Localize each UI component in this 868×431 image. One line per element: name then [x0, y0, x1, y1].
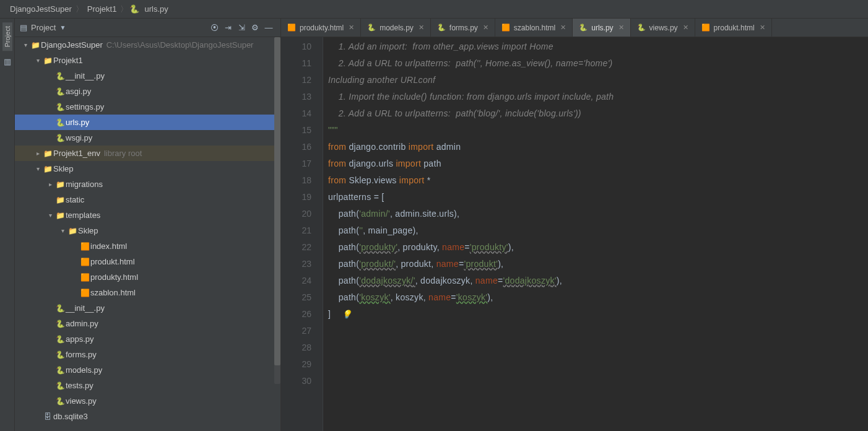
- tree-node[interactable]: 🐍urls.py: [15, 115, 280, 130]
- project-tree[interactable]: ▾📁DjangoJestSuperC:\Users\Asus\Desktop\D…: [15, 37, 280, 431]
- expand-arrow[interactable]: ▾: [58, 227, 67, 234]
- sidebar-title[interactable]: Project: [31, 23, 56, 32]
- code-content[interactable]: 1. Add an import: from other_app.views i…: [323, 37, 868, 431]
- dropdown-icon[interactable]: ▼: [59, 24, 66, 31]
- code-line[interactable]: 2. Add a URL to urlpatterns: path('blog/…: [328, 105, 868, 122]
- tree-node[interactable]: ▸📁migrations: [15, 176, 280, 192]
- line-number[interactable]: 23: [281, 256, 311, 272]
- tree-node[interactable]: 🟧index.html: [15, 238, 280, 254]
- line-number[interactable]: 11: [281, 55, 311, 72]
- close-icon[interactable]: ✕: [349, 24, 354, 32]
- code-line[interactable]: ]: [328, 306, 868, 323]
- close-icon[interactable]: ✕: [419, 24, 424, 32]
- code-line[interactable]: path('admin/', admin.site.urls),: [328, 206, 868, 222]
- expand-arrow[interactable]: ▾: [33, 165, 42, 172]
- line-number[interactable]: 14: [281, 105, 311, 122]
- intention-bulb-icon[interactable]: 💡: [342, 306, 352, 323]
- tree-node[interactable]: ▾📁DjangoJestSuperC:\Users\Asus\Desktop\D…: [15, 37, 280, 53]
- line-number[interactable]: 22: [281, 239, 311, 256]
- tree-node[interactable]: 🐍__init__.py: [15, 300, 280, 316]
- line-number[interactable]: 18: [281, 172, 311, 189]
- tree-node[interactable]: 🐍views.py: [15, 393, 280, 409]
- tree-node[interactable]: 🐍asgi.py: [15, 84, 280, 99]
- tree-node[interactable]: 🐍forms.py: [15, 347, 280, 362]
- tree-node[interactable]: 📁static: [15, 192, 280, 207]
- code-line[interactable]: 2. Add a URL to urlpatterns: path('', Ho…: [328, 55, 868, 72]
- tree-node[interactable]: 🐍models.py: [15, 362, 280, 378]
- expand-arrow[interactable]: ▾: [33, 57, 42, 64]
- tree-node[interactable]: 🟧produkt.html: [15, 254, 280, 269]
- expand-arrow[interactable]: ▾: [21, 41, 30, 48]
- expand-arrow[interactable]: ▸: [46, 181, 54, 188]
- tree-node[interactable]: ▾📁Sklep: [15, 161, 280, 176]
- line-number[interactable]: 29: [281, 356, 311, 373]
- editor-tab[interactable]: 🟧produkty.html✕: [281, 19, 361, 37]
- close-icon[interactable]: ✕: [560, 24, 566, 32]
- folder-icon[interactable]: ▥: [4, 57, 11, 66]
- tree-node[interactable]: ▾📁templates: [15, 207, 280, 223]
- editor-tab[interactable]: 🐍views.py✕: [631, 19, 695, 37]
- editor-tab[interactable]: 🟧szablon.html✕: [495, 19, 573, 37]
- breadcrumb-file[interactable]: urls.py: [142, 4, 170, 14]
- line-number[interactable]: 24: [281, 272, 311, 289]
- line-number[interactable]: 28: [281, 339, 311, 356]
- tree-node[interactable]: ▸📁Projekt1_envlibrary root: [15, 146, 280, 161]
- close-icon[interactable]: ✕: [483, 24, 488, 32]
- code-line[interactable]: path('produkt/', produkt, name='produkt'…: [328, 256, 868, 272]
- tree-node[interactable]: 🟧produkty.html: [15, 269, 280, 285]
- tree-node[interactable]: 🗄db.sqlite3: [15, 409, 280, 424]
- code-line[interactable]: from Sklep.views import *: [328, 172, 868, 189]
- line-number[interactable]: 15: [281, 122, 311, 139]
- tree-node[interactable]: 🐍settings.py: [15, 99, 280, 115]
- tree-node[interactable]: 🐍tests.py: [15, 378, 280, 393]
- line-number[interactable]: 25: [281, 289, 311, 306]
- expand-button[interactable]: ⇲: [235, 23, 248, 32]
- code-line[interactable]: 1. Import the include() function: from d…: [328, 89, 868, 105]
- code-line[interactable]: path('koszyk', koszyk, name='koszyk'),: [328, 289, 868, 306]
- tree-node[interactable]: ▾📁Sklep: [15, 223, 280, 238]
- code-editor[interactable]: 1011121314151617181920212223242526272829…: [281, 37, 868, 431]
- editor-tab[interactable]: 🟧produkt.html✕: [695, 19, 772, 37]
- project-tool-tab[interactable]: Project: [2, 22, 12, 51]
- breadcrumb-root[interactable]: DjangoJestSuper: [7, 4, 74, 14]
- line-number[interactable]: 26: [281, 306, 311, 323]
- code-line[interactable]: from django.contrib import admin: [328, 139, 868, 155]
- tree-node[interactable]: 🐍admin.py: [15, 316, 280, 331]
- line-number[interactable]: 10: [281, 38, 311, 55]
- collapse-button[interactable]: ⇥: [221, 23, 235, 32]
- line-number[interactable]: 19: [281, 189, 311, 206]
- close-icon[interactable]: ✕: [760, 24, 765, 32]
- expand-arrow[interactable]: ▸: [33, 150, 42, 157]
- tree-node[interactable]: 🟧szablon.html: [15, 285, 280, 300]
- line-number[interactable]: 27: [281, 323, 311, 339]
- line-number[interactable]: 17: [281, 155, 311, 172]
- code-line[interactable]: """: [328, 122, 868, 139]
- close-icon[interactable]: ✕: [683, 24, 688, 32]
- gear-icon[interactable]: ⚙: [248, 23, 262, 32]
- hide-button[interactable]: —: [262, 23, 276, 32]
- breadcrumb-folder[interactable]: Projekt1: [85, 4, 119, 14]
- locate-button[interactable]: ⦿: [207, 23, 221, 32]
- line-number[interactable]: 30: [281, 373, 311, 390]
- code-line[interactable]: path('', main_page),: [328, 222, 868, 239]
- line-number[interactable]: 13: [281, 89, 311, 105]
- code-line[interactable]: path('produkty', produkty, name='produkt…: [328, 239, 868, 256]
- tree-node[interactable]: 🐍wsgi.py: [15, 130, 280, 146]
- code-line[interactable]: 1. Add an import: from other_app.views i…: [328, 38, 868, 55]
- code-line[interactable]: path('dodajkoszyk/', dodajkoszyk, name='…: [328, 272, 868, 289]
- line-number[interactable]: 16: [281, 139, 311, 155]
- tree-node[interactable]: ▾📁Projekt1: [15, 53, 280, 68]
- expand-arrow[interactable]: ▾: [46, 212, 54, 219]
- close-icon[interactable]: ✕: [618, 24, 624, 32]
- scrollbar-thumb[interactable]: [274, 37, 280, 365]
- line-number[interactable]: 12: [281, 72, 311, 89]
- code-line[interactable]: from django.urls import path: [328, 155, 868, 172]
- line-gutter[interactable]: 1011121314151617181920212223242526272829…: [281, 37, 323, 431]
- editor-tab[interactable]: 🐍models.py✕: [361, 19, 431, 37]
- editor-tab[interactable]: 🐍forms.py✕: [431, 19, 495, 37]
- line-number[interactable]: 20: [281, 206, 311, 222]
- tree-node[interactable]: 🐍__init__.py: [15, 68, 280, 84]
- code-line[interactable]: urlpatterns = [: [328, 189, 868, 206]
- tree-node[interactable]: 🐍apps.py: [15, 331, 280, 347]
- editor-tab[interactable]: 🐍urls.py✕: [573, 19, 630, 37]
